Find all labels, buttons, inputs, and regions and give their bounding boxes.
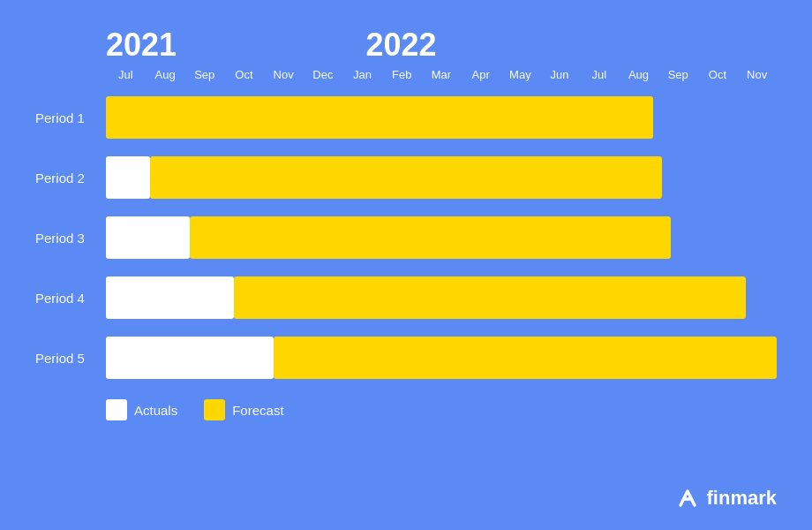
month-label: Nov — [737, 68, 777, 81]
bar-label: Period 4 — [35, 291, 85, 306]
month-label: Jun — [540, 68, 580, 81]
year-2022-label: 2022 — [366, 26, 778, 64]
bar-forecast — [274, 337, 777, 379]
months-row: JulAugSepOctNovDecJanFebMarAprMayJunJulA… — [106, 68, 777, 81]
bar-forecast — [190, 216, 671, 259]
month-label: May — [500, 68, 540, 81]
bar-forecast — [106, 96, 653, 139]
bar-label: Period 2 — [35, 170, 85, 186]
month-label: Oct — [698, 68, 738, 81]
legend-color-box — [106, 399, 127, 420]
finmark-icon — [675, 486, 700, 511]
legend-label: Forecast — [232, 403, 283, 418]
chart-area: Period 1Period 2Period 3Period 4Period 5 — [106, 92, 777, 383]
years-row: 2021 2022 — [106, 26, 777, 64]
month-label: Dec — [304, 68, 343, 81]
bar-actuals — [106, 216, 190, 259]
bar-row: Period 1 — [106, 92, 777, 143]
year-2021-label: 2021 — [106, 26, 366, 64]
bar-actuals — [106, 276, 234, 319]
month-label: Aug — [619, 68, 658, 81]
main-container: 2021 2022 JulAugSepOctNovDecJanFebMarApr… — [0, 0, 812, 530]
month-label: Aug — [146, 68, 185, 81]
month-label: Feb — [382, 68, 422, 81]
month-label: Jan — [342, 68, 382, 81]
legend-row: ActualsForecast — [106, 399, 777, 420]
month-label: Oct — [224, 68, 264, 81]
legend-color-box — [204, 399, 225, 420]
month-label: Sep — [184, 68, 224, 81]
month-label: Jul — [106, 68, 146, 81]
bar-row: Period 3 — [106, 212, 777, 263]
bar-actuals — [106, 156, 150, 199]
month-label: Apr — [461, 68, 500, 81]
month-label: Sep — [658, 68, 698, 81]
bar-label: Period 5 — [35, 351, 85, 366]
legend-item: Forecast — [204, 399, 283, 420]
finmark-text: finmark — [707, 487, 777, 510]
bar-row: Period 4 — [106, 272, 777, 323]
legend-label: Actuals — [134, 403, 177, 418]
month-label: Nov — [264, 68, 304, 81]
legend-item: Actuals — [106, 399, 177, 420]
month-label: Mar — [422, 68, 462, 81]
bar-label: Period 3 — [35, 231, 85, 246]
bar-forecast — [150, 156, 662, 199]
finmark-logo: finmark — [675, 486, 777, 511]
bar-forecast — [234, 276, 746, 319]
bar-row: Period 2 — [106, 152, 777, 203]
bar-row: Period 5 — [106, 332, 777, 383]
bar-label: Period 1 — [35, 110, 85, 125]
month-label: Jul — [579, 68, 619, 81]
bar-actuals — [106, 337, 274, 379]
